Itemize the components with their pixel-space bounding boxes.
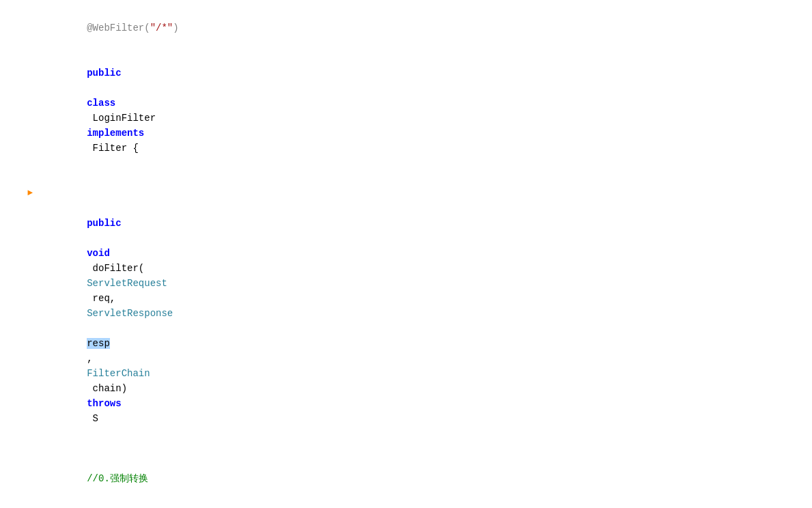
line-empty-1 [41,171,812,186]
code-editor: @WebFilter("/*") public class LoginFilte… [0,0,812,508]
line-1: @WebFilter("/*") [41,5,812,51]
code-container: @WebFilter("/*") public class LoginFilte… [0,0,812,508]
line-2: public class LoginFilter implements Filt… [41,51,812,171]
resp-highlight-1: resp [87,338,110,349]
kw-implements: implements [87,128,144,139]
line-dofilter: ► public void doFilter( ServletRequest r… [41,186,812,441]
line-httprequest: HttpServletRequest request = ( HttpServl… [41,501,812,508]
kw-public: public [87,68,121,79]
kw-class: class [87,98,115,109]
annotation-webfilter: @WebFilter("/*") [87,23,178,33]
line-num-arrow1: ► [5,186,33,201]
line-comment-0: //0.强制转换 [41,441,812,501]
